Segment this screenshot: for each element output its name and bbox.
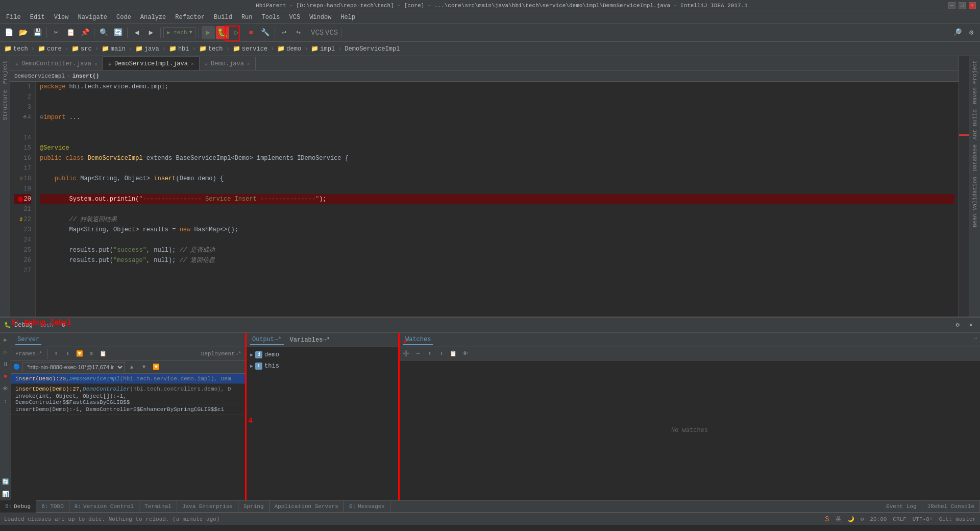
menu-edit[interactable]: Edit xyxy=(26,13,49,22)
tab-demo[interactable]: ☕ Demo.java ✕ xyxy=(200,57,256,70)
toolbar-paste[interactable]: 📌 xyxy=(78,26,91,39)
nav-main[interactable]: 📁 main xyxy=(102,45,126,53)
toolbar-replace[interactable]: 🔄 xyxy=(111,26,125,39)
minimize-button[interactable]: ─ xyxy=(948,2,955,9)
menu-analyze[interactable]: Analyze xyxy=(136,13,170,22)
toolbar-cut[interactable]: ✂ xyxy=(50,26,63,39)
close-button[interactable]: ✕ xyxy=(969,2,976,9)
frame-up-btn[interactable]: ⬆ xyxy=(51,349,61,359)
menu-code[interactable]: Code xyxy=(112,13,135,22)
variables-tab[interactable]: Variables→* xyxy=(288,335,332,345)
window-controls[interactable]: ─ □ ✕ xyxy=(948,2,976,9)
frame-down-btn[interactable]: ⬇ xyxy=(63,349,73,359)
thread-up-btn[interactable]: ▲ xyxy=(127,362,137,372)
output-tab[interactable]: Output→* xyxy=(250,335,284,345)
status-position[interactable]: 20:80 xyxy=(870,516,887,522)
menu-run[interactable]: Run xyxy=(237,13,257,22)
toolbar-forward[interactable]: ▶ xyxy=(144,26,158,39)
tab-close-demo[interactable]: ✕ xyxy=(247,61,250,67)
status-git[interactable]: Git: master xyxy=(939,516,976,522)
bottom-tab-terminal[interactable]: Terminal xyxy=(139,500,177,513)
thread-dropdown[interactable]: *http-nio-8080-exec-10*@17,674 in group … xyxy=(22,362,125,372)
bottom-tab-todo[interactable]: 6: TODO xyxy=(36,500,69,513)
bottom-tab-vcs[interactable]: 9: Version Control xyxy=(69,500,139,513)
art-build-tab[interactable]: Ant Build xyxy=(971,107,979,141)
thread-filter-btn[interactable]: 🔽 xyxy=(151,362,161,372)
frame-copy-btn[interactable]: 📋 xyxy=(98,349,108,359)
debug-pause-btn[interactable]: ⏸ xyxy=(1,359,10,369)
menu-build[interactable]: Build xyxy=(210,13,236,22)
frame-item-1[interactable]: insert(Demo):20, DemoServiceImpl (hbi.te… xyxy=(11,374,246,384)
frame-settings-btn[interactable]: ⚙ xyxy=(86,349,96,359)
toolbar-back[interactable]: ◀ xyxy=(130,26,143,39)
toolbar-vcs-update[interactable]: VCS xyxy=(311,26,324,39)
status-crlf[interactable]: CRLF xyxy=(893,516,906,522)
database-tab[interactable]: Database xyxy=(971,142,979,174)
nav-tech[interactable]: 📁 tech xyxy=(4,45,28,53)
run-config[interactable]: ▶ tech ▼ xyxy=(163,27,196,38)
project-panel-btn[interactable]: Project xyxy=(1,58,9,86)
tab-close-demoserviceimpl[interactable]: ✕ xyxy=(191,61,194,67)
toolbar-copy[interactable]: 📋 xyxy=(64,26,77,39)
watch-up-btn[interactable]: ⬆ xyxy=(425,349,435,359)
frame-item-3[interactable]: invoke(int, Object, Object[]):-1, DemoCo… xyxy=(11,394,246,404)
toolbar-settings[interactable]: ⚙ xyxy=(965,26,978,39)
toolbar-run[interactable]: ▶ xyxy=(202,26,215,39)
bottom-tab-app-servers[interactable]: Application Servers xyxy=(270,500,344,513)
debug-stop-btn[interactable]: ■ xyxy=(1,372,10,381)
menu-help[interactable]: Help xyxy=(336,13,359,22)
toolbar-vcs-commit[interactable]: VCS xyxy=(325,26,338,39)
watches-close[interactable]: → xyxy=(973,335,977,341)
tab-close-democontroller[interactable]: ✕ xyxy=(94,61,97,67)
jrebel-btn[interactable]: 🔄 xyxy=(1,477,10,486)
debug-analyze-btn[interactable]: 📊 xyxy=(1,489,10,498)
toolbar-save[interactable]: 💾 xyxy=(31,26,44,39)
toolbar-open[interactable]: 📂 xyxy=(16,26,30,39)
bottom-tab-debug[interactable]: 5: Debug xyxy=(0,500,36,513)
debug-restart-btn[interactable]: ▶ xyxy=(1,335,10,344)
nav-demoserviceimpl[interactable]: DemoServiceImpl xyxy=(345,45,400,53)
tab-demoserviceimpl[interactable]: ☕ DemoServiceImpl.java ✕ xyxy=(103,57,200,70)
nav-demo[interactable]: 📁 demo xyxy=(277,45,301,53)
menu-view[interactable]: View xyxy=(50,13,73,22)
nav-core[interactable]: 📁 core xyxy=(38,45,62,53)
debug-close-btn[interactable]: ✕ xyxy=(966,320,976,330)
toolbar-attach[interactable]: 🔧 xyxy=(259,26,272,39)
debug-resume-btn[interactable]: ▷ xyxy=(1,347,10,356)
server-tab[interactable]: Server xyxy=(15,335,41,345)
toolbar-run2[interactable]: ▷ xyxy=(230,26,243,39)
structure-panel-btn[interactable]: Structure xyxy=(1,88,9,122)
toolbar-search-all[interactable]: 🔎 xyxy=(950,26,964,39)
crumb-insert[interactable]: insert() xyxy=(72,73,100,79)
bean-validation-tab[interactable]: Bean Validation xyxy=(971,175,979,229)
var-item-this[interactable]: ▶ t this xyxy=(246,360,399,372)
menu-vcs[interactable]: VCS xyxy=(285,13,305,22)
nav-java[interactable]: 📁 java xyxy=(135,45,159,53)
tab-democontroller[interactable]: ☕ DemoController.java ✕ xyxy=(10,57,103,70)
menu-tools[interactable]: Tools xyxy=(258,13,284,22)
maven-project-tab[interactable]: Maven Project xyxy=(971,58,979,106)
toolbar-stop[interactable]: ■ xyxy=(244,26,258,39)
nav-hbi[interactable]: 📁 hbi xyxy=(169,45,189,53)
nav-tech2[interactable]: 📁 tech xyxy=(199,45,223,53)
watch-down-btn[interactable]: ⬇ xyxy=(436,349,447,359)
debug-view-btn[interactable]: 👁 xyxy=(1,384,10,393)
frame-filter-btn[interactable]: 🔽 xyxy=(75,349,85,359)
toolbar-redo[interactable]: ↪ xyxy=(292,26,305,39)
maximize-button[interactable]: □ xyxy=(959,2,966,9)
menu-file[interactable]: File xyxy=(2,13,25,22)
thread-down-btn[interactable]: ▼ xyxy=(139,362,149,372)
toolbar-debug-run[interactable]: 🐛 xyxy=(216,26,229,39)
bottom-tab-event-log[interactable]: Event Log xyxy=(881,500,922,513)
code-editor[interactable]: 1 2 3 ⊖4 14 15 16 17 ⊖18 19 xyxy=(10,82,959,317)
nav-src[interactable]: 📁 src xyxy=(71,45,92,53)
bottom-tab-messages[interactable]: 0: Messages xyxy=(344,500,390,513)
watch-view-btn[interactable]: 👁 xyxy=(460,349,470,359)
status-encoding[interactable]: UTF-8+ xyxy=(913,516,933,522)
toolbar-undo[interactable]: ↩ xyxy=(278,26,291,39)
debug-more-btn[interactable]: ⋮ xyxy=(1,396,10,405)
nav-impl[interactable]: 📁 impl xyxy=(311,45,335,53)
toolbar-find[interactable]: 🔍 xyxy=(97,26,110,39)
menu-refactor[interactable]: Refactor xyxy=(171,13,209,22)
menu-window[interactable]: Window xyxy=(305,13,335,22)
